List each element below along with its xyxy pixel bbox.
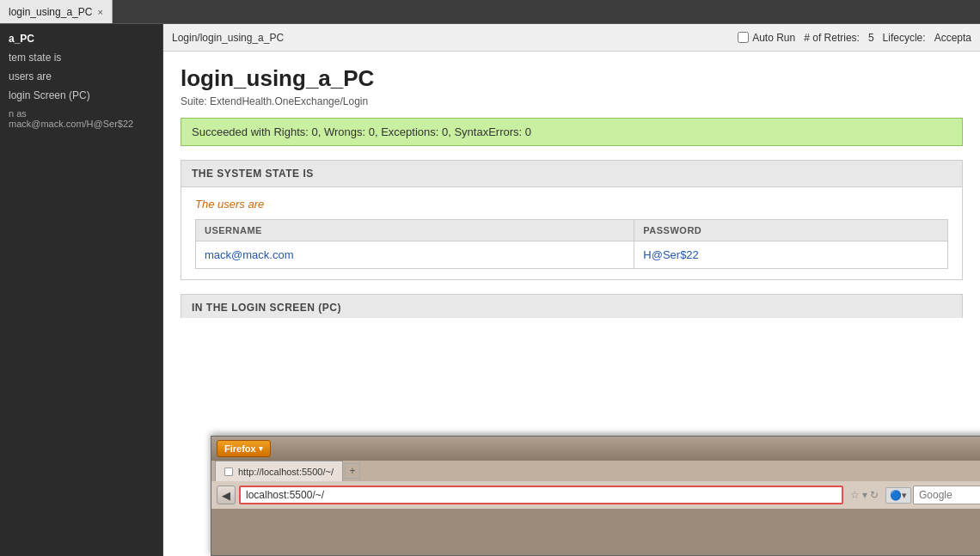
refresh-icon[interactable]: ↻: [870, 489, 879, 501]
col-username: USERNAME: [196, 220, 634, 241]
browser-mock: Firefox ▾ ─ □ ✕: [211, 436, 980, 556]
cell-username: mack@mack.com: [196, 241, 634, 269]
back-button[interactable]: ◀: [217, 486, 236, 504]
bookmark-icon[interactable]: ☆: [850, 489, 860, 501]
sidebar-item-1[interactable]: tem state is: [0, 48, 162, 67]
users-table: USERNAME PASSWORD mack@mack.comH@Ser$22: [195, 219, 948, 269]
sidebar-item-4[interactable]: n as mack@mack.com/H@Ser$22: [0, 105, 162, 132]
content-area: Login/login_using_a_PC Auto Run # of Ret…: [163, 24, 980, 556]
system-state-header: THE SYSTEM STATE IS: [181, 161, 962, 187]
main-content: login_using_a_PC Suite: ExtendHealth.One…: [163, 52, 980, 318]
system-state-section: THE SYSTEM STATE IS The users are USERNA…: [181, 160, 963, 280]
bookmark-down-icon[interactable]: ▾: [862, 489, 867, 501]
autorun-label: Auto Run: [752, 32, 795, 44]
firefox-menu-button[interactable]: Firefox ▾: [217, 440, 271, 457]
toolbar: Login/login_using_a_PC Auto Run # of Ret…: [163, 24, 980, 52]
system-state-body: The users are USERNAME PASSWORD mack@mac…: [181, 187, 962, 279]
browser-nav: ◀ ☆ ▾ ↻ 🔵▾ 🔍 🏠 ☰: [211, 481, 980, 509]
sidebar: a_PC tem state is users are login Screen…: [0, 24, 163, 556]
firefox-label: Firefox: [224, 443, 256, 454]
back-icon: ◀: [222, 489, 230, 502]
lifecycle-label: Lifecycle:: [883, 32, 926, 44]
search-input[interactable]: [913, 486, 980, 504]
tab-bar: login_using_a_PC ×: [0, 0, 980, 24]
autorun-checkbox[interactable]: [738, 32, 749, 43]
search-engine-icon: 🔵▾: [885, 487, 911, 504]
users-label: The users are: [195, 198, 948, 211]
toolbar-right: Auto Run # of Retries: 5 Lifecycle: Acce…: [738, 32, 971, 44]
browser-tab[interactable]: http://localhost:5500/~/: [215, 461, 343, 481]
active-tab[interactable]: login_using_a_PC ×: [0, 0, 113, 23]
success-banner: Succeeded with Rights: 0, Wrongs: 0, Exc…: [181, 118, 963, 146]
new-tab-icon: +: [349, 465, 355, 477]
lifecycle-value: Accepta: [934, 32, 971, 44]
tab-close-button[interactable]: ×: [97, 7, 102, 17]
tab-favicon: [224, 467, 233, 476]
retries-label: # of Retries:: [804, 32, 860, 44]
cell-password: H@Ser$22: [634, 241, 948, 269]
url-bar-icons: ☆ ▾ ↻: [847, 489, 882, 501]
success-text: Succeeded with Rights: 0, Wrongs: 0, Exc…: [192, 125, 531, 138]
login-screen-section: IN THE LOGIN SCREEN (PC) Login as mack@m…: [181, 294, 963, 318]
browser-title-left: Firefox ▾: [217, 440, 271, 457]
search-section: 🔵▾ 🔍: [885, 486, 980, 504]
browser-titlebar: Firefox ▾ ─ □ ✕: [211, 437, 980, 461]
tab-label: login_using_a_PC: [9, 6, 92, 18]
sidebar-item-0[interactable]: a_PC: [0, 29, 162, 48]
sidebar-item-2[interactable]: users are: [0, 67, 162, 86]
tab-url-label: http://localhost:5500/~/: [238, 467, 334, 477]
new-tab-button[interactable]: +: [345, 463, 360, 479]
toolbar-path: Login/login_using_a_PC: [172, 32, 724, 44]
firefox-dropdown-icon: ▾: [259, 444, 263, 453]
sidebar-item-3[interactable]: login Screen (PC): [0, 86, 162, 105]
browser-wrapper: Firefox ▾ ─ □ ✕: [163, 318, 980, 557]
main-layout: a_PC tem state is users are login Screen…: [0, 24, 980, 556]
col-password: PASSWORD: [634, 220, 948, 241]
autorun-section: Auto Run: [738, 32, 795, 44]
table-row: mack@mack.comH@Ser$22: [196, 241, 948, 269]
browser-tabs: http://localhost:5500/~/ +: [211, 461, 980, 481]
page-suite: Suite: ExtendHealth.OneExchange/Login: [181, 95, 963, 107]
login-screen-header: IN THE LOGIN SCREEN (PC): [181, 295, 962, 318]
url-bar[interactable]: [239, 486, 843, 504]
retries-value: 5: [868, 32, 874, 44]
page-title: login_using_a_PC: [181, 65, 963, 92]
